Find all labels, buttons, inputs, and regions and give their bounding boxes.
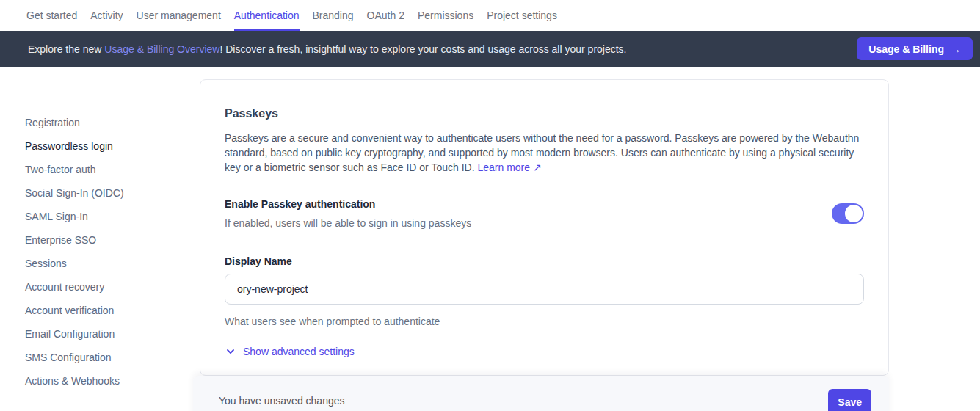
usage-billing-button-label: Usage & Billing: [868, 43, 944, 55]
sidebar-item-email-configuration[interactable]: Email Configuration: [25, 322, 179, 346]
page-title: Passkeys: [225, 106, 864, 121]
learn-more-label: Learn more: [477, 161, 530, 173]
usage-billing-button[interactable]: Usage & Billing →: [857, 37, 973, 60]
sidebar-item-two-factor-auth[interactable]: Two-factor auth: [25, 158, 179, 181]
tab-activity[interactable]: Activity: [90, 0, 123, 31]
sidebar-item-passwordless-login[interactable]: Passwordless login: [25, 134, 179, 158]
banner-text-suffix: ! Discover a fresh, insightful way to ex…: [219, 43, 626, 55]
tab-get-started[interactable]: Get started: [26, 0, 77, 31]
tab-branding[interactable]: Branding: [313, 0, 354, 31]
tab-project-settings[interactable]: Project settings: [487, 0, 557, 31]
top-navigation: Get started Activity User management Aut…: [0, 0, 980, 31]
banner-text-prefix: Explore the new: [28, 43, 104, 55]
tab-user-management[interactable]: User management: [137, 0, 221, 31]
sidebar-item-enterprise-sso[interactable]: Enterprise SSO: [25, 228, 179, 252]
enable-passkey-row: Enable Passkey authentication If enabled…: [225, 197, 864, 230]
enable-passkey-description: If enabled, users will be able to sign i…: [225, 216, 471, 230]
arrow-right-icon: →: [951, 43, 961, 55]
banner-message: Explore the new Usage & Billing Overview…: [28, 43, 627, 55]
show-advanced-settings-link[interactable]: Show advanced settings: [225, 346, 864, 357]
description-line: key or a biometric sensor such as Face I…: [225, 161, 475, 173]
passkeys-settings-card: Passkeys Passkeys are a secure and conve…: [200, 79, 889, 376]
description-line: standard, based on public key cryptograp…: [225, 145, 864, 160]
display-name-label: Display Name: [225, 254, 864, 269]
sidebar-item-sms-configuration[interactable]: SMS Configuration: [25, 346, 179, 369]
display-name-input[interactable]: [225, 274, 864, 305]
sidebar-item-social-sign-in-oidc[interactable]: Social Sign-In (OIDC): [25, 181, 179, 205]
sidebar-item-sessions[interactable]: Sessions: [25, 252, 179, 275]
sidebar-item-registration[interactable]: Registration: [25, 111, 179, 134]
usage-billing-banner: Explore the new Usage & Billing Overview…: [0, 31, 980, 67]
unsaved-changes-bar: You have unsaved changes Save: [193, 376, 889, 411]
enable-passkey-label: Enable Passkey authentication: [225, 197, 471, 211]
save-button[interactable]: Save: [828, 389, 871, 411]
sidebar-item-account-verification[interactable]: Account verification: [25, 299, 179, 322]
display-name-helper: What users see when prompted to authenti…: [225, 314, 864, 329]
tab-oauth2[interactable]: OAuth 2: [367, 0, 404, 31]
sidebar-item-actions-webhooks[interactable]: Actions & Webhooks: [25, 369, 179, 393]
sidebar-item-saml-sign-in[interactable]: SAML Sign-In: [25, 205, 179, 228]
passkey-toggle[interactable]: [832, 203, 864, 224]
enable-passkey-text: Enable Passkey authentication If enabled…: [225, 197, 471, 230]
tab-permissions[interactable]: Permissions: [418, 0, 473, 31]
description-line: Passkeys are a secure and convenient way…: [225, 131, 864, 145]
settings-sidebar: Registration Passwordless login Two-fact…: [25, 111, 179, 393]
chevron-down-icon: [225, 346, 236, 357]
external-link-arrow-icon: ↗: [533, 161, 542, 173]
learn-more-link[interactable]: Learn more ↗: [477, 161, 541, 173]
unsaved-changes-status: You have unsaved changes: [219, 393, 345, 408]
toggle-knob: [845, 205, 863, 222]
usage-billing-overview-link[interactable]: Usage & Billing Overview: [104, 43, 219, 55]
show-advanced-settings-label: Show advanced settings: [243, 346, 355, 357]
passkeys-description: Passkeys are a secure and convenient way…: [225, 131, 864, 175]
tab-authentication[interactable]: Authentication: [234, 0, 300, 31]
sidebar-item-account-recovery[interactable]: Account recovery: [25, 275, 179, 299]
